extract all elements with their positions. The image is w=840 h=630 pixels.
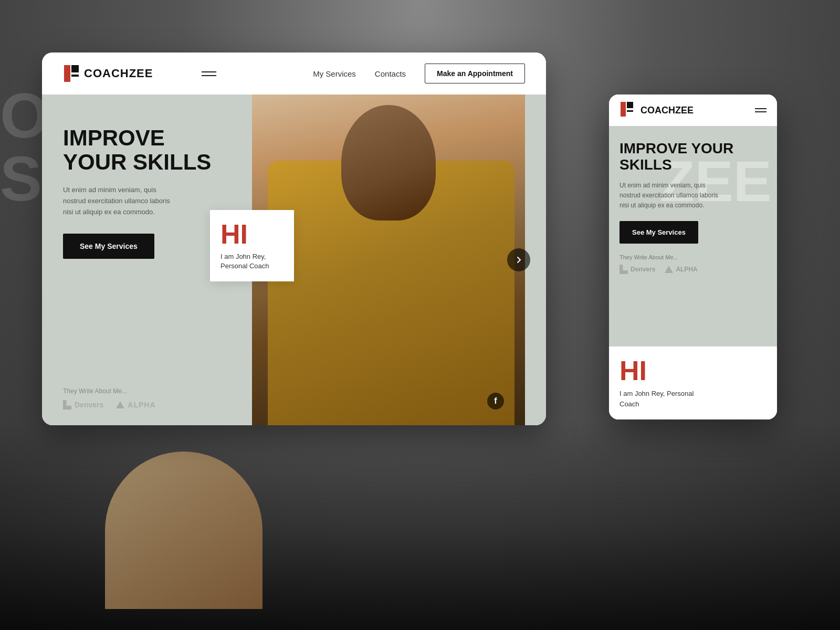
mobile-write-about-label: They Write About Me...	[620, 254, 766, 260]
hero-title: IMPROVE YOUR SKILLS	[63, 126, 211, 174]
hero-arrow-button[interactable]	[507, 248, 530, 271]
desktop-see-my-services-button[interactable]: See My Services	[63, 234, 154, 259]
svg-rect-3	[621, 102, 626, 117]
denvers-icon	[63, 400, 71, 410]
desktop-hamburger-icon[interactable]	[202, 71, 216, 76]
svg-rect-5	[627, 110, 633, 112]
facebook-icon[interactable]: f	[487, 393, 504, 410]
desktop-nav: COACHZEE My Services Contacts Make an Ap…	[42, 52, 546, 94]
mobile-card: COACHZEE ZEE IMPROVE YOUR SKILLS Ut enim…	[609, 94, 777, 419]
desktop-hero: ZEE IMPROVE YOUR SKILLS Ut enim ad minim…	[42, 94, 546, 425]
desktop-hi-card: HI I am John Rey, Personal Coach	[210, 210, 294, 281]
bg-hands-image	[105, 452, 262, 609]
mobile-logo: COACHZEE	[620, 101, 694, 120]
mobile-hero-description: Ut enim ad minim veniam, quis nostrud ex…	[620, 181, 724, 211]
svg-rect-2	[71, 75, 79, 77]
brands-list: Denvers ALPHA	[63, 400, 156, 410]
mobile-see-my-services-button[interactable]: See My Services	[620, 221, 698, 244]
hi-greeting: HI	[220, 220, 284, 248]
hi-subtitle: I am John Rey, Personal Coach	[220, 252, 284, 271]
mobile-hi-subtitle: I am John Rey, Personal Coach	[620, 388, 766, 409]
desktop-card: COACHZEE My Services Contacts Make an Ap…	[42, 52, 546, 425]
mobile-hero-bottom: They Write About Me... Denvers ALPHA	[620, 254, 766, 274]
nav-my-services[interactable]: My Services	[313, 69, 356, 78]
mobile-hero: ZEE IMPROVE YOUR SKILLS Ut enim ad minim…	[609, 126, 777, 346]
nav-contacts[interactable]: Contacts	[375, 69, 406, 78]
desktop-logo-text: COACHZEE	[84, 67, 153, 80]
hero-description: Ut enim ad minim veniam, quis nostrud ex…	[63, 185, 178, 217]
mobile-hamburger-icon[interactable]	[755, 108, 766, 112]
mobile-logo-icon	[620, 101, 636, 120]
write-about-label: They Write About Me...	[63, 387, 156, 395]
brand-denvers: Denvers	[63, 400, 103, 410]
appointment-button[interactable]: Make an Appointment	[425, 64, 525, 83]
mobile-logo-text: COACHZEE	[640, 105, 694, 116]
svg-rect-4	[627, 102, 633, 108]
logo-icon	[63, 64, 80, 83]
hamburger-line-1	[202, 71, 216, 72]
mobile-hamburger-line-2	[755, 111, 766, 112]
mobile-hi-greeting: HI	[620, 357, 766, 384]
desktop-nav-links: My Services Contacts Make an Appointment	[313, 64, 525, 83]
mobile-hamburger-line-1	[755, 108, 766, 109]
hero-content: IMPROVE YOUR SKILLS Ut enim ad minim ven…	[63, 126, 211, 259]
hamburger-line-2	[202, 75, 216, 76]
mobile-brand-alpha: ALPHA	[665, 266, 697, 273]
mobile-denvers-icon	[620, 265, 628, 274]
alpha-triangle-icon	[116, 401, 124, 408]
svg-rect-0	[64, 65, 70, 82]
svg-rect-1	[71, 65, 79, 72]
mobile-brands: Denvers ALPHA	[620, 265, 766, 274]
brand-alpha: ALPHA	[116, 401, 155, 409]
mobile-brand-denvers: Denvers	[620, 265, 655, 274]
desktop-logo: COACHZEE	[63, 64, 153, 83]
mobile-alpha-icon	[665, 266, 673, 273]
mobile-hero-title: IMPROVE YOUR SKILLS	[620, 141, 766, 173]
desktop-hero-bottom: They Write About Me... Denvers ALPHA	[63, 387, 156, 410]
mobile-hi-section: HI I am John Rey, Personal Coach	[609, 346, 777, 419]
mobile-nav: COACHZEE	[609, 94, 777, 126]
